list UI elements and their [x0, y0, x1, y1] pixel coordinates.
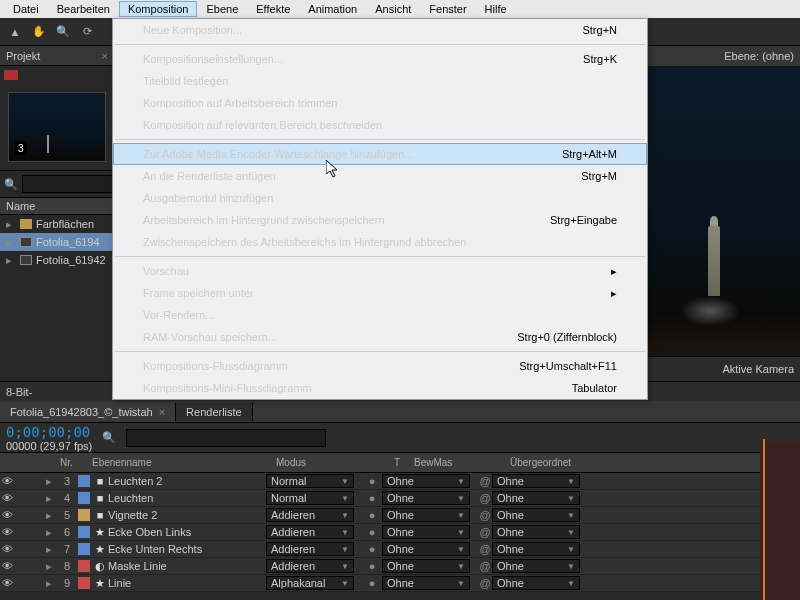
- layer-row[interactable]: 👁▸4■LeuchtenNormal▼●Ohne▼@Ohne▼: [0, 490, 800, 507]
- menu-item[interactable]: Kompositionseinstellungen...Strg+K: [113, 48, 647, 70]
- col-nr[interactable]: Nr.: [56, 457, 88, 468]
- layer-name[interactable]: Linie: [106, 577, 266, 589]
- layer-row[interactable]: 👁▸9★LinieAlphakanal▼●Ohne▼@Ohne▼: [0, 575, 800, 592]
- project-column-header[interactable]: Name: [0, 197, 114, 215]
- menu-item[interactable]: Vor-Rendern...: [113, 304, 647, 326]
- col-parent[interactable]: Übergeordnet: [506, 457, 602, 468]
- project-item[interactable]: ▸Farbflächen: [0, 215, 114, 233]
- rotate-tool-icon[interactable]: ⟳: [76, 21, 98, 43]
- trkmat-dropdown[interactable]: Ohne▼: [382, 559, 470, 573]
- active-camera-label[interactable]: Aktive Kamera: [722, 363, 794, 375]
- menu-ebene[interactable]: Ebene: [197, 1, 247, 17]
- label-color[interactable]: [78, 475, 90, 487]
- visibility-icon[interactable]: 👁: [0, 509, 14, 521]
- pickwhip-icon[interactable]: @: [478, 526, 492, 538]
- menu-item[interactable]: An die Renderliste anfügenStrg+M: [113, 165, 647, 187]
- track-matte-toggle[interactable]: ●: [362, 526, 382, 538]
- menu-fenster[interactable]: Fenster: [420, 1, 475, 17]
- track-matte-toggle[interactable]: ●: [362, 492, 382, 504]
- bpc-label[interactable]: 8-Bit-: [6, 386, 32, 398]
- blend-mode-dropdown[interactable]: Normal▼: [266, 491, 354, 505]
- menu-ansicht[interactable]: Ansicht: [366, 1, 420, 17]
- twirl-icon[interactable]: ▸: [42, 475, 56, 488]
- col-mode[interactable]: Modus: [272, 457, 390, 468]
- twirl-icon[interactable]: ▸: [42, 543, 56, 556]
- timecode[interactable]: 0;00;00;00: [6, 424, 92, 440]
- trkmat-dropdown[interactable]: Ohne▼: [382, 542, 470, 556]
- playhead[interactable]: [763, 439, 765, 600]
- menu-item[interactable]: Titelbild festlegen: [113, 70, 647, 92]
- twirl-icon[interactable]: ▸: [42, 509, 56, 522]
- visibility-icon[interactable]: 👁: [0, 475, 14, 487]
- layer-row[interactable]: 👁▸7★Ecke Unten RechtsAddieren▼●Ohne▼@Ohn…: [0, 541, 800, 558]
- twirl-icon[interactable]: ▸: [42, 560, 56, 573]
- track-matte-toggle[interactable]: ●: [362, 577, 382, 589]
- label-color[interactable]: [78, 560, 90, 572]
- layer-row[interactable]: 👁▸6★Ecke Oben LinksAddieren▼●Ohne▼@Ohne▼: [0, 524, 800, 541]
- menu-bearbeiten[interactable]: Bearbeiten: [48, 1, 119, 17]
- menu-item[interactable]: Kompositions-FlussdiagrammStrg+Umschalt+…: [113, 355, 647, 377]
- parent-dropdown[interactable]: Ohne▼: [492, 508, 580, 522]
- pickwhip-icon[interactable]: @: [478, 543, 492, 555]
- label-color[interactable]: [78, 526, 90, 538]
- layer-name[interactable]: Leuchten: [106, 492, 266, 504]
- label-color[interactable]: [78, 509, 90, 521]
- menu-item[interactable]: Frame speichern unter▸: [113, 282, 647, 304]
- menu-item[interactable]: Kompositions-Mini-FlussdiagrammTabulator: [113, 377, 647, 399]
- menu-item[interactable]: Zur Adobe Media Encoder-Warteschlange hi…: [113, 143, 647, 165]
- timeline-tab[interactable]: Fotolia_61942803_©_twistah×: [0, 403, 176, 421]
- timeline-tab[interactable]: Renderliste: [176, 403, 253, 421]
- blend-mode-dropdown[interactable]: Alphakanal▼: [266, 576, 354, 590]
- parent-dropdown[interactable]: Ohne▼: [492, 474, 580, 488]
- blend-mode-dropdown[interactable]: Addieren▼: [266, 542, 354, 556]
- menu-item[interactable]: Komposition auf Arbeitsbereich trimmen: [113, 92, 647, 114]
- menubar[interactable]: DateiBearbeitenKompositionEbeneEffekteAn…: [0, 0, 800, 18]
- label-color[interactable]: [78, 492, 90, 504]
- zoom-tool-icon[interactable]: 🔍: [52, 21, 74, 43]
- label-color[interactable]: [78, 543, 90, 555]
- timeline-track-area[interactable]: [760, 441, 800, 600]
- menu-datei[interactable]: Datei: [4, 1, 48, 17]
- menu-item[interactable]: Arbeitsbereich im Hintergrund zwischensp…: [113, 209, 647, 231]
- twirl-icon[interactable]: ▸: [42, 577, 56, 590]
- visibility-icon[interactable]: 👁: [0, 560, 14, 572]
- parent-dropdown[interactable]: Ohne▼: [492, 491, 580, 505]
- menu-komposition[interactable]: Komposition: [119, 1, 198, 17]
- parent-dropdown[interactable]: Ohne▼: [492, 525, 580, 539]
- project-item[interactable]: ▸Fotolia_6194: [0, 233, 114, 251]
- visibility-icon[interactable]: 👁: [0, 492, 14, 504]
- layer-row[interactable]: 👁▸3■Leuchten 2Normal▼●Ohne▼@Ohne▼: [0, 473, 800, 490]
- twirl-icon[interactable]: ▸: [42, 526, 56, 539]
- col-t[interactable]: T: [390, 457, 410, 468]
- track-matte-toggle[interactable]: ●: [362, 543, 382, 555]
- blend-mode-dropdown[interactable]: Normal▼: [266, 474, 354, 488]
- layer-row[interactable]: 👁▸5■Vignette 2Addieren▼●Ohne▼@Ohne▼: [0, 507, 800, 524]
- blend-mode-dropdown[interactable]: Addieren▼: [266, 525, 354, 539]
- layer-name[interactable]: Ecke Oben Links: [106, 526, 266, 538]
- timeline-search-input[interactable]: [126, 429, 326, 447]
- pickwhip-icon[interactable]: @: [478, 475, 492, 487]
- visibility-icon[interactable]: 👁: [0, 577, 14, 589]
- project-thumbnail[interactable]: 3: [8, 92, 106, 162]
- parent-dropdown[interactable]: Ohne▼: [492, 576, 580, 590]
- parent-dropdown[interactable]: Ohne▼: [492, 542, 580, 556]
- parent-dropdown[interactable]: Ohne▼: [492, 559, 580, 573]
- menu-effekte[interactable]: Effekte: [247, 1, 299, 17]
- blend-mode-dropdown[interactable]: Addieren▼: [266, 508, 354, 522]
- trkmat-dropdown[interactable]: Ohne▼: [382, 508, 470, 522]
- trkmat-dropdown[interactable]: Ohne▼: [382, 525, 470, 539]
- pickwhip-icon[interactable]: @: [478, 577, 492, 589]
- track-matte-toggle[interactable]: ●: [362, 475, 382, 487]
- blend-mode-dropdown[interactable]: Addieren▼: [266, 559, 354, 573]
- pickwhip-icon[interactable]: @: [478, 509, 492, 521]
- visibility-icon[interactable]: 👁: [0, 543, 14, 555]
- layer-name[interactable]: Leuchten 2: [106, 475, 266, 487]
- close-icon[interactable]: ×: [102, 50, 108, 62]
- menu-hilfe[interactable]: Hilfe: [476, 1, 516, 17]
- trkmat-dropdown[interactable]: Ohne▼: [382, 491, 470, 505]
- layer-name[interactable]: Ecke Unten Rechts: [106, 543, 266, 555]
- track-matte-toggle[interactable]: ●: [362, 560, 382, 572]
- layer-name[interactable]: Vignette 2: [106, 509, 266, 521]
- track-matte-toggle[interactable]: ●: [362, 509, 382, 521]
- pickwhip-icon[interactable]: @: [478, 492, 492, 504]
